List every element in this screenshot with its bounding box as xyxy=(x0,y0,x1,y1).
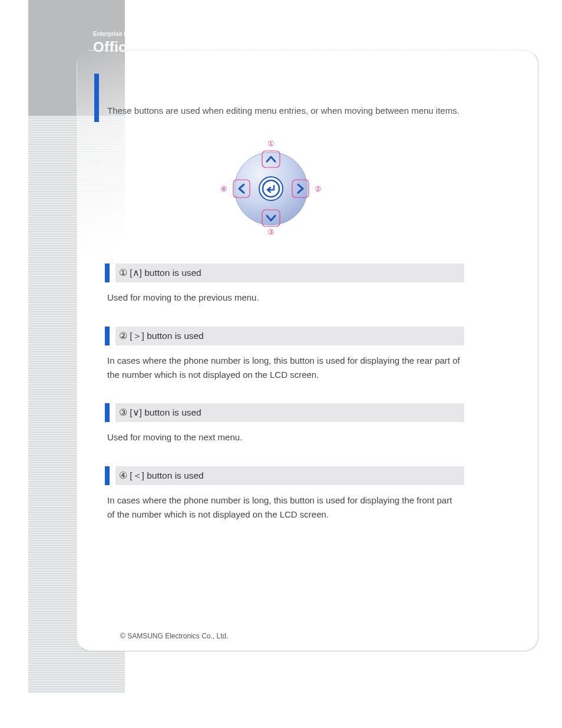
section-accent-bar xyxy=(105,466,110,485)
section-right-button: ② [＞] button is used In cases where the … xyxy=(105,327,464,382)
section-body: In cases where the phone number is long,… xyxy=(105,485,464,522)
diagram-label-bottom: ③ xyxy=(267,228,275,236)
section-up-button: ① [∧] button is used Used for moving to … xyxy=(105,263,464,305)
section-title: ① [∧] button is used xyxy=(115,263,464,282)
section-title: ④ [＜] button is used xyxy=(115,466,464,485)
diagram-label-top: ① xyxy=(267,139,275,148)
section-down-button: ③ [∨] button is used Used for moving to … xyxy=(105,403,464,444)
intro-accent-bar xyxy=(94,74,99,122)
section-accent-bar xyxy=(105,327,110,345)
navigation-wheel-diagram: ① ② ③ ④ xyxy=(224,141,318,236)
section-body: Used for moving to the next menu. xyxy=(105,422,464,444)
brand-tagline: Enterprise IP Solutions xyxy=(93,31,165,38)
section-body: Used for moving to the previous menu. xyxy=(105,282,464,305)
section-left-button: ④ [＜] button is used In cases where the … xyxy=(105,466,464,522)
section-accent-bar xyxy=(105,263,110,282)
footer-copyright: © SAMSUNG Electronics Co., Ltd. xyxy=(120,632,229,640)
section-body: In cases where the phone number is long,… xyxy=(105,345,464,382)
diagram-label-left: ④ xyxy=(220,185,227,193)
intro-text: These buttons are used when editing menu… xyxy=(107,104,484,117)
section-title: ② [＞] button is used xyxy=(115,327,464,345)
section-title: ③ [∨] button is used xyxy=(115,403,464,422)
section-accent-bar xyxy=(105,403,110,422)
diagram-label-right: ② xyxy=(315,185,322,193)
svg-point-2 xyxy=(263,180,279,197)
